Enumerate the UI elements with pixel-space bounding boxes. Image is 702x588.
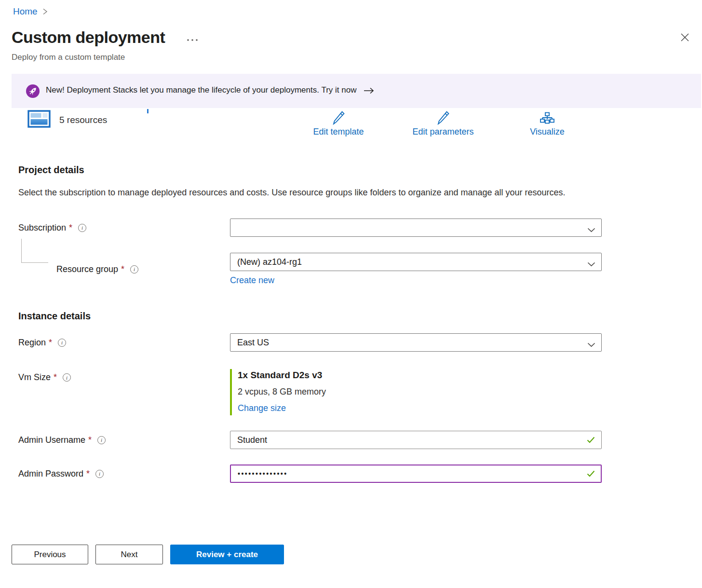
info-icon[interactable]: i: [78, 224, 86, 232]
template-resources: 5 resources: [27, 110, 107, 130]
admin-username-label-group: Admin Username * i: [0, 435, 230, 445]
visualize-label: Visualize: [506, 127, 588, 137]
info-icon[interactable]: i: [63, 373, 71, 382]
vm-size-label: Vm Size: [18, 372, 51, 383]
edit-parameters-button[interactable]: Edit parameters: [402, 110, 484, 137]
review-create-button[interactable]: Review + create: [170, 545, 284, 564]
valid-checkmark-icon: [587, 470, 595, 479]
subscription-label-group: Subscription * i: [0, 223, 230, 233]
breadcrumb-home-link[interactable]: Home: [13, 6, 38, 17]
vm-size-title: 1x Standard D2s v3: [238, 370, 602, 381]
info-icon[interactable]: i: [58, 339, 66, 347]
region-row: Region * i East US: [0, 333, 702, 352]
resource-group-row: Resource group * i (New) az104-rg1 Creat…: [0, 253, 702, 286]
resources-count-label: 5 resources: [59, 115, 107, 125]
sitemap-icon: [506, 110, 588, 125]
previous-button[interactable]: Previous: [12, 545, 88, 564]
more-options-icon[interactable]: [186, 35, 199, 44]
vm-size-description: 2 vcpus, 8 GB memory: [238, 387, 602, 397]
pencil-icon: [297, 110, 379, 125]
valid-checkmark-icon: [587, 437, 595, 445]
required-asterisk: *: [69, 223, 72, 233]
arrow-right-icon: [364, 87, 374, 96]
next-button[interactable]: Next: [95, 545, 163, 564]
info-icon[interactable]: i: [97, 436, 106, 444]
close-icon[interactable]: [678, 31, 691, 46]
required-asterisk: *: [121, 264, 124, 274]
resource-group-dropdown[interactable]: (New) az104-rg1: [230, 253, 602, 271]
vm-size-row: Vm Size * i 1x Standard D2s v3 2 vcpus, …: [0, 369, 702, 415]
required-asterisk: *: [49, 338, 52, 348]
region-label-group: Region * i: [0, 338, 230, 348]
breadcrumb-chevron-icon: [42, 7, 48, 17]
subscription-label: Subscription: [18, 223, 66, 233]
create-new-link[interactable]: Create new: [230, 275, 274, 286]
admin-username-label: Admin Username: [18, 435, 85, 445]
project-details-heading: Project details: [18, 164, 702, 176]
banner-text: New! Deployment Stacks let you manage th…: [46, 85, 374, 96]
custom-deployment-page: { "breadcrumb": { "home": "Home" }, "hea…: [0, 0, 702, 588]
edit-template-label: Edit template: [297, 127, 379, 137]
project-details-description: Select the subscription to manage deploy…: [18, 185, 573, 200]
edit-parameters-label: Edit parameters: [402, 127, 484, 137]
admin-password-label-group: Admin Password * i: [0, 469, 230, 479]
page-header: Custom deployment: [12, 28, 702, 47]
required-asterisk: *: [88, 435, 92, 445]
subscription-resource-group-connector: [21, 239, 48, 263]
template-icon: [27, 110, 51, 130]
edit-template-button[interactable]: Edit template: [297, 110, 379, 137]
vm-size-label-group: Vm Size * i: [0, 369, 230, 383]
template-summary-bar: 5 resources Edit template Edit parameter…: [0, 110, 702, 142]
info-icon[interactable]: i: [130, 265, 138, 273]
chevron-down-icon: [587, 226, 595, 234]
region-label: Region: [18, 338, 46, 348]
deployment-form: Subscription * i Resource group * i (New…: [0, 219, 702, 483]
resource-group-label: Resource group: [56, 264, 118, 274]
deployment-stacks-banner: New! Deployment Stacks let you manage th…: [12, 74, 701, 108]
admin-password-row: Admin Password * i: [0, 465, 702, 483]
required-asterisk: *: [86, 469, 90, 479]
subscription-dropdown[interactable]: [230, 219, 602, 237]
visualize-button[interactable]: Visualize: [506, 110, 588, 137]
region-value: East US: [237, 338, 269, 348]
instance-details-heading: Instance details: [18, 311, 702, 322]
banner-message: New! Deployment Stacks let you manage th…: [46, 85, 319, 95]
resource-group-label-group: Resource group * i: [0, 264, 230, 274]
banner-try-it-now-link[interactable]: Try it now: [321, 85, 356, 95]
subscription-row: Subscription * i: [0, 219, 702, 237]
page-subtitle: Deploy from a custom template: [12, 53, 702, 62]
footer-actions: Previous Next Review + create: [12, 545, 702, 564]
info-icon[interactable]: i: [95, 470, 104, 478]
admin-password-input[interactable]: [230, 465, 602, 483]
admin-username-row: Admin Username * i: [0, 431, 702, 449]
region-dropdown[interactable]: East US: [230, 333, 602, 352]
vm-size-summary: 1x Standard D2s v3 2 vcpus, 8 GB memory …: [230, 369, 602, 415]
breadcrumb: Home: [0, 0, 702, 17]
rocket-icon: [26, 84, 40, 98]
required-asterisk: *: [54, 372, 57, 383]
pencil-icon: [402, 110, 484, 125]
chevron-down-icon: [587, 341, 595, 349]
admin-password-label: Admin Password: [18, 469, 83, 479]
resource-group-value: (New) az104-rg1: [237, 257, 302, 267]
chevron-down-icon: [587, 260, 595, 269]
page-title: Custom deployment: [12, 28, 165, 47]
admin-username-input[interactable]: [230, 431, 602, 449]
change-size-link[interactable]: Change size: [238, 403, 286, 413]
